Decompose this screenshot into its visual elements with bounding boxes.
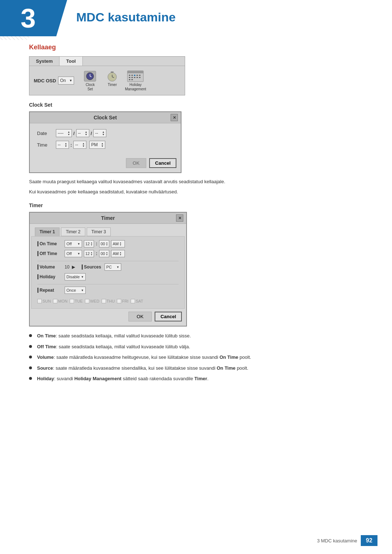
- main-content: Kellaaeg System Tool MDC OSD On ▼: [29, 44, 370, 388]
- timer-ok-button[interactable]: OK: [128, 312, 152, 321]
- chapter-title: MDC kasutamine: [76, 10, 176, 24]
- dropdown-arrow-icon: ▼: [117, 266, 119, 269]
- date-field-3[interactable]: -- ▲▼: [93, 129, 106, 137]
- mdc-osd-row: MDC OSD On ▼: [34, 77, 74, 85]
- svg-rect-15: [139, 75, 140, 76]
- wed-checkbox[interactable]: [85, 299, 89, 303]
- clock-set-titlebar: Clock Set ✕: [30, 112, 181, 123]
- system-tab[interactable]: System: [29, 57, 60, 66]
- clock-desc-1: Saate muuta praegust kellaaega valitud k…: [29, 178, 370, 185]
- forward-arrow-icon[interactable]: ▶: [72, 264, 75, 270]
- sources-select[interactable]: PC ▼: [105, 263, 121, 271]
- off-time-min[interactable]: 00 ▲▼: [99, 250, 109, 257]
- list-item: On Time: saate seadistada kellaaja, mill…: [29, 332, 370, 340]
- time-sep: :: [70, 142, 72, 148]
- sat-day[interactable]: SAT: [131, 299, 143, 303]
- spin-arrows-icon: ▲▼: [90, 242, 93, 246]
- svg-rect-22: [131, 79, 133, 80]
- bullet-list: On Time: saate seadistada kellaaja, mill…: [29, 332, 370, 382]
- holiday-select[interactable]: Disable ▼: [65, 273, 86, 280]
- bullet-dot: [29, 377, 32, 380]
- list-item: Off Time: saate seadistada kellaaja, mil…: [29, 343, 370, 350]
- off-time-select[interactable]: Off ▼: [65, 250, 82, 257]
- repeat-row: Repeat Once ▼: [37, 287, 179, 294]
- timer-icon-item[interactable]: Timer: [105, 70, 120, 91]
- close-button[interactable]: ✕: [171, 114, 178, 121]
- holiday-label: Holiday: [37, 274, 63, 279]
- holiday-icon-item[interactable]: HolidayManagement: [125, 70, 146, 91]
- icon-group: ClockSet: [81, 70, 146, 91]
- off-time-hour[interactable]: 12 ▲▼: [84, 250, 94, 257]
- holiday-icon: [126, 70, 144, 83]
- timer-close-button[interactable]: ✕: [176, 214, 183, 222]
- header-block: 3: [0, 0, 56, 36]
- on-time-select[interactable]: Off ▼: [65, 240, 82, 247]
- bullet-dot: [29, 366, 32, 369]
- ok-button[interactable]: OK: [126, 158, 147, 168]
- spin-arrows-icon: ▲▼: [119, 242, 122, 246]
- spin-arrows-icon: ▲▼: [106, 242, 108, 246]
- thu-checkbox[interactable]: [102, 299, 106, 303]
- cancel-button[interactable]: Cancel: [149, 158, 176, 168]
- timer-cancel-button[interactable]: Cancel: [155, 312, 182, 321]
- svg-rect-13: [134, 75, 135, 76]
- tab-row: System Tool: [29, 57, 185, 66]
- volume-label: Volume: [37, 264, 63, 270]
- svg-rect-12: [131, 75, 133, 76]
- date-field-1[interactable]: ---- ▲▼: [56, 129, 72, 137]
- divider: [37, 284, 179, 284]
- svg-rect-21: [129, 79, 130, 80]
- on-time-label: On Time: [37, 241, 63, 246]
- svg-rect-19: [136, 77, 138, 78]
- fri-day[interactable]: FRI: [117, 299, 128, 303]
- timer-tab-3[interactable]: Timer 3: [87, 227, 111, 236]
- repeat-select[interactable]: Once ▼: [65, 287, 86, 294]
- mon-checkbox[interactable]: [53, 299, 57, 303]
- time-row: Time -- ▲▼ : -- ▲▼: [37, 141, 173, 149]
- tool-body: MDC OSD On ▼: [29, 66, 185, 95]
- mdc-osd-select[interactable]: On ▼: [58, 77, 74, 85]
- divider: [37, 261, 179, 261]
- on-time-min[interactable]: 00 ▲▼: [99, 240, 109, 247]
- sources-label: Sources: [82, 264, 102, 270]
- spin-arrows-icon: ▲▼: [106, 251, 108, 256]
- dropdown-arrow-icon: ▼: [77, 252, 80, 255]
- on-time-hour[interactable]: 12 ▲▼: [84, 240, 94, 247]
- tool-tab[interactable]: Tool: [60, 57, 82, 66]
- clock-set-footer: OK Cancel: [30, 156, 181, 172]
- timer-tab-1[interactable]: Timer 1: [35, 227, 60, 236]
- wed-day[interactable]: WED: [85, 299, 99, 303]
- spin-arrows-icon: ▲▼: [90, 251, 93, 256]
- spin-arrows-icon: ▲▼: [68, 131, 70, 136]
- time-field-2[interactable]: -- ▲▼: [73, 141, 86, 149]
- spin-arrows-icon: ▲▼: [65, 142, 67, 147]
- tue-day[interactable]: TUE: [70, 299, 83, 303]
- date-field-2[interactable]: -- ▲▼: [76, 129, 89, 137]
- footer-text: 3 MDC kasutamine: [317, 538, 357, 543]
- pm-field[interactable]: PM ▲▼: [89, 141, 105, 149]
- off-time-ampm[interactable]: AM ▲▼: [111, 250, 125, 257]
- kellaaeg-heading: Kellaaeg: [29, 44, 370, 51]
- svg-rect-17: [131, 77, 133, 78]
- bar-icon: [37, 241, 38, 246]
- sun-day[interactable]: SUN: [37, 299, 51, 303]
- on-time-ampm[interactable]: AM ▲▼: [111, 240, 125, 247]
- tue-checkbox[interactable]: [70, 299, 74, 303]
- fri-checkbox[interactable]: [117, 299, 121, 303]
- dropdown-arrow-icon: ▼: [81, 289, 84, 292]
- svg-rect-18: [134, 77, 135, 78]
- sat-checkbox[interactable]: [131, 299, 135, 303]
- time-field-1[interactable]: -- ▲▼: [56, 141, 69, 149]
- bar-icon: [82, 264, 83, 270]
- clock-set-dialog: Clock Set ✕ Date ---- ▲▼ /: [29, 111, 181, 173]
- sun-checkbox[interactable]: [37, 299, 42, 303]
- mdc-osd-label: MDC OSD: [34, 78, 56, 83]
- mon-day[interactable]: MON: [53, 299, 68, 303]
- clock-set-icon-item[interactable]: ClockSet: [81, 70, 99, 91]
- svg-rect-10: [127, 71, 143, 73]
- page-footer: 3 MDC kasutamine 92: [317, 535, 377, 546]
- thu-day[interactable]: THU: [102, 299, 115, 303]
- timer-tab-2[interactable]: Timer 2: [61, 227, 85, 236]
- clock-set-title: Clock Set: [69, 115, 142, 120]
- list-item: Source: saate määratleda kuvaseadme sise…: [29, 365, 370, 372]
